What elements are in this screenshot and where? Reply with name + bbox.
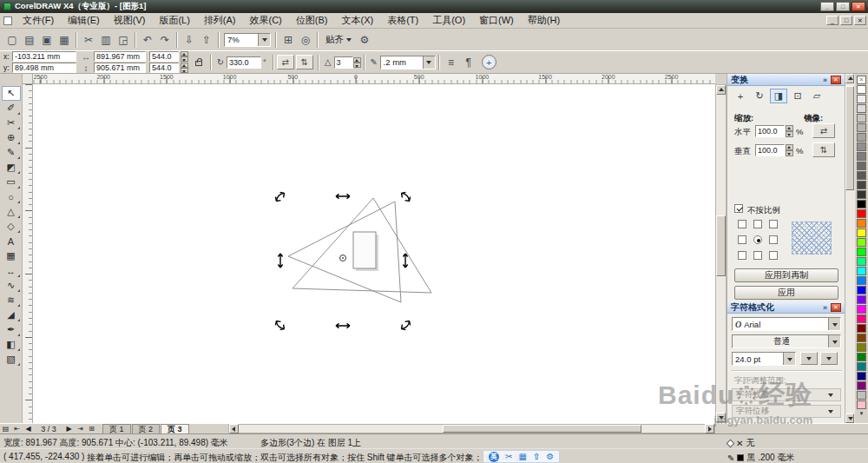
polygon-tool[interactable]: △ bbox=[2, 204, 21, 219]
docker-collapse-icon[interactable]: » bbox=[823, 303, 827, 312]
dimension-tool[interactable]: ↔ bbox=[2, 263, 21, 278]
transform-rotation-button[interactable]: ↻ bbox=[751, 89, 768, 103]
previous-page-icon[interactable]: ◀ bbox=[23, 424, 34, 433]
color-swatch-10[interactable] bbox=[857, 171, 866, 180]
rotate-handle-top-right[interactable] bbox=[402, 192, 411, 201]
character-docker-header[interactable]: 字符格式化 » ✕ bbox=[727, 301, 845, 314]
vertical-scroll-thumb[interactable] bbox=[716, 215, 726, 276]
color-swatch-6[interactable] bbox=[857, 133, 866, 142]
color-swatch-21[interactable] bbox=[857, 276, 866, 285]
freehand-tool[interactable]: ✎ bbox=[2, 145, 21, 160]
eyedropper-tool[interactable]: ◢ bbox=[2, 308, 21, 322]
rectangle-tool[interactable]: ▭ bbox=[2, 175, 21, 189]
color-swatch-2[interactable] bbox=[857, 95, 866, 103]
ruler-origin-box[interactable] bbox=[23, 74, 33, 84]
font-style-dropdown-icon[interactable] bbox=[828, 335, 840, 347]
transform-scale-mirror-button[interactable]: ◨ bbox=[770, 89, 787, 103]
rotate-handle-bottom-right[interactable] bbox=[402, 321, 411, 330]
font-size-dropdown-icon[interactable] bbox=[783, 353, 795, 365]
color-swatch-9[interactable] bbox=[857, 162, 866, 170]
zoom-level-combo[interactable]: 7% bbox=[224, 33, 271, 47]
font-family-combo[interactable]: O Arial bbox=[732, 317, 841, 331]
lock-ratio-button[interactable] bbox=[192, 54, 205, 71]
paste-icon[interactable]: ◲ bbox=[115, 31, 132, 49]
anchor-bottom-center-checkbox[interactable] bbox=[753, 251, 762, 260]
color-swatch-28[interactable] bbox=[857, 343, 866, 352]
horizontal-scrollbar[interactable] bbox=[228, 424, 715, 433]
rotate-handle-bottom-left[interactable] bbox=[275, 321, 284, 330]
open-icon[interactable]: ▤ bbox=[21, 31, 38, 49]
first-page-icon[interactable]: ⇤ bbox=[11, 424, 23, 433]
anchor-bottom-right-checkbox[interactable] bbox=[769, 251, 778, 260]
export-icon[interactable]: ⇧ bbox=[198, 31, 215, 49]
color-swatch-19[interactable] bbox=[857, 257, 866, 266]
quick-customize-button[interactable]: + bbox=[482, 55, 496, 69]
skew-handle-top[interactable] bbox=[336, 194, 350, 198]
transform-position-button[interactable]: + bbox=[732, 89, 749, 103]
docker-mirror-horizontal-button[interactable]: ⇄ bbox=[812, 123, 835, 138]
minimize-button[interactable]: _ bbox=[820, 2, 834, 11]
docker-scroll-down-icon[interactable] bbox=[845, 413, 854, 423]
anchor-bottom-left-checkbox[interactable] bbox=[738, 251, 746, 260]
object-height-field[interactable]: 905.671 mm bbox=[94, 63, 146, 73]
options-icon[interactable]: ⚙ bbox=[356, 31, 373, 49]
ime-toolbar[interactable]: 英✂▦⇧⚙ bbox=[483, 450, 560, 463]
copy-icon[interactable]: ▥ bbox=[97, 31, 115, 49]
menu-item-8[interactable]: 文本(X) bbox=[334, 12, 380, 29]
connector-tool[interactable]: ∿ bbox=[2, 278, 21, 293]
page-tab-1[interactable]: 页 1 bbox=[102, 424, 131, 434]
color-swatch-11[interactable] bbox=[857, 181, 866, 189]
anchor-middle-left-checkbox[interactable] bbox=[738, 235, 746, 244]
menu-item-6[interactable]: 效果(C) bbox=[243, 12, 289, 29]
interactive-fill-tool[interactable]: ▧ bbox=[2, 352, 21, 367]
scale-horizontal-field[interactable]: 100.0 bbox=[755, 125, 785, 137]
anchor-top-left-checkbox[interactable] bbox=[738, 220, 746, 228]
scale-h-field[interactable]: 544.0 bbox=[149, 51, 179, 62]
outline-pen-tool[interactable]: ✒ bbox=[2, 322, 21, 337]
redo-icon[interactable]: ↷ bbox=[156, 31, 174, 49]
color-swatch-30[interactable] bbox=[857, 362, 866, 371]
color-swatch-8[interactable] bbox=[857, 152, 866, 161]
color-swatch-12[interactable] bbox=[857, 190, 866, 199]
polygon-points-field[interactable]: 3 bbox=[334, 56, 353, 69]
menu-item-5[interactable]: 排列(A) bbox=[197, 12, 243, 29]
close-button[interactable]: ✕ bbox=[852, 2, 865, 11]
last-page-icon[interactable]: ⇥ bbox=[75, 424, 86, 433]
anchor-middle-right-checkbox[interactable] bbox=[769, 235, 778, 244]
drawing-canvas[interactable] bbox=[33, 84, 715, 423]
docker-scroll-thumb[interactable] bbox=[845, 86, 854, 190]
color-swatch-32[interactable] bbox=[857, 381, 866, 390]
color-swatch-3[interactable] bbox=[857, 104, 866, 113]
object-y-field[interactable]: 89.498 mm bbox=[12, 63, 76, 73]
docker-mirror-vertical-button[interactable]: ⇅ bbox=[812, 142, 835, 157]
doc-minimize-button[interactable]: _ bbox=[826, 16, 838, 25]
skew-handle-bottom[interactable] bbox=[336, 323, 350, 327]
scale-vertical-field[interactable]: 100.0 bbox=[755, 144, 785, 156]
page-tab-2[interactable]: 页 2 bbox=[132, 424, 161, 434]
nonproportional-checkbox[interactable] bbox=[734, 204, 743, 213]
menu-item-1[interactable]: 文件(F) bbox=[16, 12, 61, 29]
transform-size-button[interactable]: ⊡ bbox=[789, 89, 806, 103]
import-icon[interactable]: ⇩ bbox=[181, 31, 198, 49]
anchor-top-right-checkbox[interactable] bbox=[769, 220, 778, 228]
palette-scroll-down-icon[interactable]: ▾ bbox=[857, 410, 866, 417]
color-swatch-13[interactable] bbox=[857, 200, 866, 208]
menu-item-10[interactable]: 工具(O) bbox=[425, 12, 472, 29]
color-swatch-4[interactable] bbox=[857, 114, 866, 122]
character-effects-section[interactable]: 字符效果 bbox=[732, 388, 841, 401]
transform-docker-header[interactable]: 变换 » ✕ bbox=[727, 74, 845, 86]
scale-v-field[interactable]: 544.0 bbox=[149, 63, 179, 73]
transform-docker-close-icon[interactable]: ✕ bbox=[831, 76, 841, 84]
ime-up-icon[interactable]: ⇧ bbox=[533, 452, 540, 461]
font-family-dropdown-icon[interactable] bbox=[828, 318, 840, 330]
color-swatch-27[interactable] bbox=[857, 334, 866, 342]
color-swatch-20[interactable] bbox=[857, 267, 866, 275]
color-swatch-25[interactable] bbox=[857, 314, 866, 323]
docker-scrollbar[interactable] bbox=[845, 74, 855, 423]
paragraph-icon[interactable]: ¶ bbox=[460, 54, 477, 71]
app-launcher-icon[interactable]: ⊞ bbox=[279, 31, 297, 49]
maximize-button[interactable]: □ bbox=[836, 2, 850, 11]
color-swatch-29[interactable] bbox=[857, 353, 866, 361]
zoom-dropdown-icon[interactable] bbox=[258, 34, 270, 46]
horizontal-scroll-thumb[interactable] bbox=[443, 425, 641, 433]
